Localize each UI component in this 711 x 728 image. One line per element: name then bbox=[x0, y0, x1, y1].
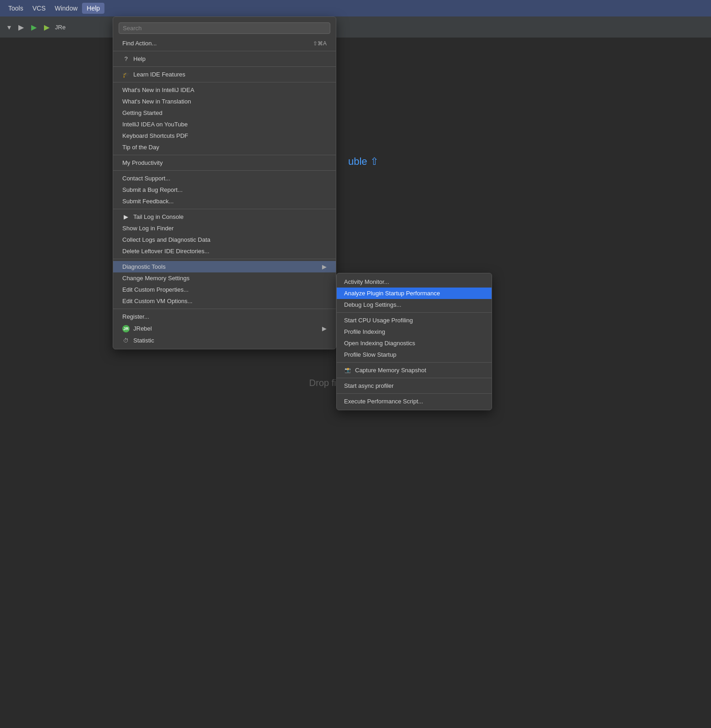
divider-5 bbox=[113, 170, 336, 171]
submenu-divider-2 bbox=[337, 362, 492, 363]
capture-memory-icon: 📸 bbox=[344, 367, 351, 373]
edit-custom-props-label: Edit Custom Properties... bbox=[122, 286, 189, 293]
menu-vcs[interactable]: VCS bbox=[28, 3, 50, 14]
menu-item-diagnostic-tools[interactable]: Diagnostic Tools ▶ bbox=[113, 261, 336, 272]
menu-item-my-productivity[interactable]: My Productivity bbox=[113, 157, 336, 168]
profile-indexing-label: Profile Indexing bbox=[344, 328, 385, 335]
help-icon: ? bbox=[122, 55, 130, 62]
menu-item-edit-custom-vm[interactable]: Edit Custom VM Options... bbox=[113, 295, 336, 307]
submenu-item-execute-perf[interactable]: Execute Performance Script... bbox=[337, 396, 492, 407]
debug-button[interactable]: ▶ bbox=[29, 21, 38, 33]
menu-item-whats-new-intellij[interactable]: What's New in IntelliJ IDEA bbox=[113, 84, 336, 96]
edit-custom-vm-label: Edit Custom VM Options... bbox=[122, 298, 192, 304]
divider-7 bbox=[113, 259, 336, 259]
submenu-item-profile-slow[interactable]: Profile Slow Startup bbox=[337, 349, 492, 360]
learn-ide-label: Learn IDE Features bbox=[133, 71, 185, 78]
menu-item-tip-of-day[interactable]: Tip of the Day bbox=[113, 141, 336, 153]
menu-item-intellij-youtube[interactable]: IntelliJ IDEA on YouTube bbox=[113, 119, 336, 130]
find-action-label: Find Action... bbox=[122, 40, 157, 47]
submenu-item-profile-indexing[interactable]: Profile Indexing bbox=[337, 326, 492, 337]
divider-6 bbox=[113, 209, 336, 209]
statistic-icon: ⏱ bbox=[122, 337, 130, 344]
getting-started-label: Getting Started bbox=[122, 109, 162, 116]
keyboard-shortcuts-label: Keyboard Shortcuts PDF bbox=[122, 132, 188, 139]
open-indexing-label: Open Indexing Diagnostics bbox=[344, 340, 415, 347]
menu-help[interactable]: Help bbox=[82, 3, 104, 14]
menubar: Tools VCS Window Help bbox=[0, 0, 711, 16]
change-memory-label: Change Memory Settings bbox=[122, 275, 190, 282]
submenu-divider-4 bbox=[337, 393, 492, 394]
submit-bug-label: Submit a Bug Report... bbox=[122, 186, 183, 193]
menu-item-change-memory[interactable]: Change Memory Settings bbox=[113, 272, 336, 284]
menu-item-learn-ide[interactable]: 🎓 Learn IDE Features bbox=[113, 69, 336, 80]
delete-leftover-label: Delete Leftover IDE Directories... bbox=[122, 248, 209, 255]
menu-item-statistic[interactable]: ⏱ Statistic bbox=[113, 335, 336, 346]
submenu-divider-3 bbox=[337, 378, 492, 378]
menu-search-input[interactable] bbox=[119, 22, 330, 34]
menu-item-submit-bug[interactable]: Submit a Bug Report... bbox=[113, 184, 336, 196]
menu-item-help[interactable]: ? Help bbox=[113, 53, 336, 65]
submit-feedback-label: Submit Feedback... bbox=[122, 198, 174, 205]
divider-1 bbox=[113, 51, 336, 51]
submenu-item-capture-memory[interactable]: 📸 Capture Memory Snapshot bbox=[337, 364, 492, 376]
coverage-button[interactable]: ▶ bbox=[42, 21, 51, 33]
my-productivity-label: My Productivity bbox=[122, 159, 163, 166]
show-log-label: Show Log in Finder bbox=[122, 225, 174, 232]
find-action-shortcut: ⇧⌘A bbox=[313, 40, 327, 47]
menu-item-keyboard-shortcuts[interactable]: Keyboard Shortcuts PDF bbox=[113, 130, 336, 141]
tip-of-day-label: Tip of the Day bbox=[122, 144, 159, 151]
collect-logs-label: Collect Logs and Diagnostic Data bbox=[122, 236, 210, 243]
menu-window[interactable]: Window bbox=[50, 3, 82, 14]
intellij-youtube-label: IntelliJ IDEA on YouTube bbox=[122, 121, 188, 128]
submenu-divider-1 bbox=[337, 312, 492, 313]
start-cpu-label: Start CPU Usage Profiling bbox=[344, 317, 413, 324]
jrebel-logo: JR bbox=[122, 325, 130, 332]
contact-support-label: Contact Support... bbox=[122, 175, 170, 182]
divider-2 bbox=[113, 66, 336, 67]
jrebel-arrow: ▶ bbox=[322, 325, 327, 332]
profile-slow-label: Profile Slow Startup bbox=[344, 351, 396, 358]
menu-item-contact-support[interactable]: Contact Support... bbox=[113, 173, 336, 184]
submenu-item-debug-log[interactable]: Debug Log Settings... bbox=[337, 299, 492, 310]
submenu-item-analyze-plugin[interactable]: Analyze Plugin Startup Performance bbox=[337, 288, 492, 299]
capture-memory-label: Capture Memory Snapshot bbox=[355, 367, 426, 374]
menu-search-container bbox=[113, 20, 336, 38]
shortcut-hint: uble ⇧ bbox=[348, 156, 378, 168]
menu-item-find-action[interactable]: Find Action... ⇧⌘A bbox=[113, 38, 336, 49]
menu-item-delete-leftover[interactable]: Delete Leftover IDE Directories... bbox=[113, 245, 336, 257]
dropdown-arrow[interactable]: ▾ bbox=[5, 21, 13, 33]
execute-perf-label: Execute Performance Script... bbox=[344, 398, 423, 405]
submenu-item-start-cpu[interactable]: Start CPU Usage Profiling bbox=[337, 315, 492, 326]
divider-4 bbox=[113, 155, 336, 155]
menu-item-getting-started[interactable]: Getting Started bbox=[113, 107, 336, 119]
debug-log-label: Debug Log Settings... bbox=[344, 301, 401, 308]
menu-item-submit-feedback[interactable]: Submit Feedback... bbox=[113, 196, 336, 207]
submenu-item-open-indexing[interactable]: Open Indexing Diagnostics bbox=[337, 337, 492, 349]
whats-new-intellij-label: What's New in IntelliJ IDEA bbox=[122, 87, 194, 93]
menu-item-edit-custom-props[interactable]: Edit Custom Properties... bbox=[113, 284, 336, 295]
jrebel-label: JRebel bbox=[133, 325, 152, 332]
help-label: Help bbox=[133, 55, 146, 62]
submenu-item-start-async[interactable]: Start async profiler bbox=[337, 380, 492, 391]
register-label: Register... bbox=[122, 313, 149, 320]
learn-ide-icon: 🎓 bbox=[122, 71, 130, 78]
menu-item-register[interactable]: Register... bbox=[113, 311, 336, 322]
diagnostic-tools-arrow: ▶ bbox=[322, 263, 327, 270]
menu-item-collect-logs[interactable]: Collect Logs and Diagnostic Data bbox=[113, 234, 336, 245]
menu-item-whats-new-translation[interactable]: What's New in Translation bbox=[113, 96, 336, 107]
diagnostic-submenu: Activity Monitor... Analyze Plugin Start… bbox=[336, 273, 492, 410]
toolbar: ▾ ▶ ▶ ▶ JRe bbox=[0, 16, 711, 38]
run-button[interactable]: ▶ bbox=[16, 21, 26, 33]
menu-item-tail-log[interactable]: ▶ Tail Log in Console bbox=[113, 211, 336, 223]
tail-log-icon: ▶ bbox=[122, 213, 130, 220]
start-async-label: Start async profiler bbox=[344, 382, 394, 389]
run-config-label: JRe bbox=[55, 24, 66, 31]
menu-tools[interactable]: Tools bbox=[4, 3, 28, 14]
whats-new-translation-label: What's New in Translation bbox=[122, 98, 191, 105]
menu-item-show-log[interactable]: Show Log in Finder bbox=[113, 223, 336, 234]
tail-log-label: Tail Log in Console bbox=[133, 213, 184, 220]
help-menu: Find Action... ⇧⌘A ? Help 🎓 Learn IDE Fe… bbox=[113, 16, 336, 349]
menu-item-jrebel[interactable]: JR JRebel ▶ bbox=[113, 322, 336, 335]
jrebel-icon: JR bbox=[122, 325, 130, 332]
submenu-item-activity-monitor[interactable]: Activity Monitor... bbox=[337, 276, 492, 288]
